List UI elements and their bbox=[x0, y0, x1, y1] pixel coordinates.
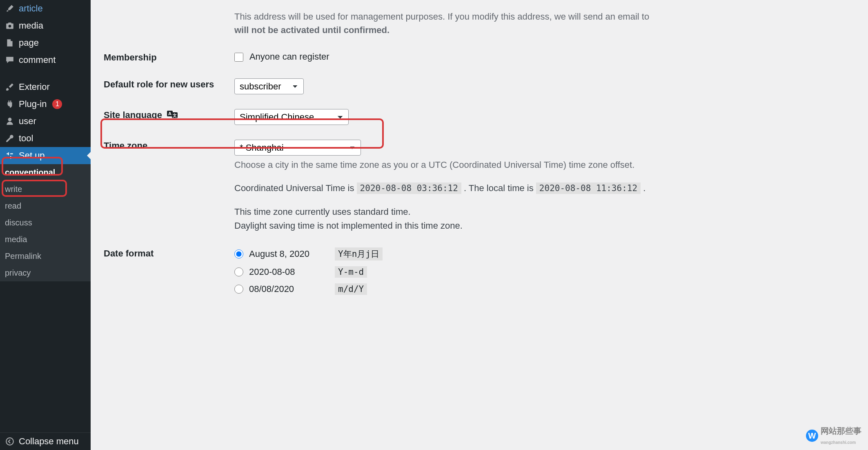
submenu-permalink[interactable]: Permalink bbox=[0, 248, 91, 265]
nav-label: page bbox=[19, 38, 39, 48]
submenu-privacy[interactable]: privacy bbox=[0, 265, 91, 281]
nav-label: Set up bbox=[19, 150, 45, 161]
date-format-code: Y年n月j日 bbox=[335, 247, 383, 261]
svg-text:A: A bbox=[168, 111, 171, 116]
collapse-menu[interactable]: Collapse menu bbox=[0, 432, 91, 450]
wrench-icon bbox=[5, 134, 15, 143]
admin-sidebar: article media page comment Exterior Plug… bbox=[0, 0, 91, 450]
pin-icon bbox=[5, 4, 15, 13]
timezone-utc-line: Coordinated Universal Time is 2020-08-08… bbox=[234, 181, 851, 195]
watermark-logo-icon: W bbox=[806, 430, 818, 442]
date-format-display: 2020-08-08 bbox=[249, 267, 335, 277]
user-icon bbox=[5, 116, 15, 126]
site-language-select[interactable]: Simplified Chinese bbox=[234, 109, 349, 125]
site-language-label: Site language A文 bbox=[104, 102, 230, 132]
date-format-code: m/d/Y bbox=[335, 283, 367, 295]
nav-label: tool bbox=[19, 133, 33, 144]
nav-exterior[interactable]: Exterior bbox=[0, 78, 91, 96]
default-role-label: Default role for new users bbox=[104, 71, 230, 102]
update-badge: 1 bbox=[52, 99, 62, 109]
date-format-radio[interactable] bbox=[234, 285, 243, 294]
nav-label: comment bbox=[19, 55, 56, 65]
date-format-code: Y-m-d bbox=[335, 266, 367, 278]
translate-icon: A文 bbox=[167, 110, 178, 121]
nav-article[interactable]: article bbox=[0, 0, 91, 17]
admin-email-description: This address will be used for management… bbox=[234, 10, 851, 37]
submenu-discuss[interactable]: discuss bbox=[0, 214, 91, 231]
submenu-write[interactable]: write bbox=[0, 181, 91, 198]
date-format-option[interactable]: 2020-08-08 Y-m-d bbox=[234, 266, 851, 278]
svg-text:文: 文 bbox=[172, 113, 177, 118]
date-format-radio[interactable] bbox=[234, 250, 243, 258]
date-format-display: August 8, 2020 bbox=[249, 249, 335, 259]
nav-page[interactable]: page bbox=[0, 34, 91, 51]
date-format-radio[interactable] bbox=[234, 267, 243, 276]
date-format-label: Date format bbox=[104, 240, 230, 308]
plug-icon bbox=[5, 99, 15, 109]
collapse-icon bbox=[5, 437, 15, 446]
nav-plugin[interactable]: Plug-in1 bbox=[0, 96, 91, 113]
nav-label: user bbox=[19, 116, 36, 127]
timezone-standard-line: This time zone currently uses standard t… bbox=[234, 205, 851, 219]
membership-checkbox-label[interactable]: Anyone can register bbox=[234, 51, 329, 62]
submenu-read[interactable]: read bbox=[0, 198, 91, 214]
nav-setup[interactable]: Set up bbox=[0, 147, 91, 164]
nav-media[interactable]: media bbox=[0, 17, 91, 34]
date-format-option[interactable]: August 8, 2020 Y年n月j日 bbox=[234, 247, 851, 261]
default-role-select[interactable]: subscriber bbox=[234, 78, 304, 94]
nav-comment[interactable]: comment bbox=[0, 51, 91, 69]
watermark: W 网站那些事 wangzhanshi.com bbox=[806, 425, 861, 446]
timezone-description: Choose a city in the same time zone as y… bbox=[234, 158, 851, 172]
utc-time-code: 2020-08-08 03:36:12 bbox=[357, 183, 461, 194]
brush-icon bbox=[5, 82, 15, 92]
svg-point-0 bbox=[6, 438, 13, 445]
membership-label: Membership bbox=[104, 44, 230, 71]
nav-label: Exterior bbox=[19, 82, 50, 92]
nav-label: article bbox=[19, 3, 43, 14]
collapse-label: Collapse menu bbox=[19, 436, 79, 447]
page-icon bbox=[5, 38, 15, 48]
settings-submenu: conventional write read discuss media Pe… bbox=[0, 164, 91, 281]
nav-label: Plug-in bbox=[19, 99, 47, 109]
timezone-dst-line: Daylight saving time is not implemented … bbox=[234, 219, 851, 233]
membership-checkbox[interactable] bbox=[234, 53, 243, 62]
settings-content: This address will be used for management… bbox=[91, 0, 868, 450]
submenu-media[interactable]: media bbox=[0, 231, 91, 248]
camera-icon bbox=[5, 21, 15, 31]
nav-label: media bbox=[19, 20, 43, 31]
timezone-label: Time zone bbox=[104, 132, 230, 240]
date-format-display: 08/08/2020 bbox=[249, 284, 335, 294]
date-format-option[interactable]: 08/08/2020 m/d/Y bbox=[234, 283, 851, 295]
sliders-icon bbox=[5, 151, 15, 160]
nav-user[interactable]: user bbox=[0, 113, 91, 130]
submenu-conventional[interactable]: conventional bbox=[0, 164, 91, 181]
nav-tool[interactable]: tool bbox=[0, 130, 91, 147]
timezone-select[interactable]: * Shanghai bbox=[234, 140, 361, 156]
local-time-code: 2020-08-08 11:36:12 bbox=[536, 183, 641, 194]
comment-icon bbox=[5, 55, 15, 65]
